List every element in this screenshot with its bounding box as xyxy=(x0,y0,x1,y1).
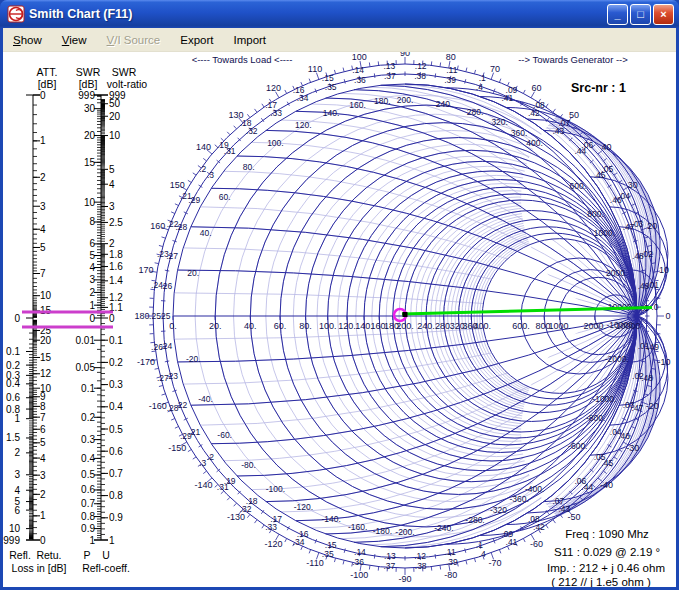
svg-text:.15: .15 xyxy=(325,540,337,550)
svg-text:3: 3 xyxy=(40,201,46,212)
svg-text:4: 4 xyxy=(14,485,20,496)
svg-text:10: 10 xyxy=(659,265,669,275)
imp2-readout: ( 212 // j 1.e5 ohm ) xyxy=(551,576,651,587)
svg-text:.01: .01 xyxy=(638,341,650,351)
svg-text:80.: 80. xyxy=(243,162,255,172)
svg-text:0.9: 0.9 xyxy=(81,523,95,534)
svg-text:.07: .07 xyxy=(552,496,564,506)
svg-text:-360.: -360. xyxy=(509,494,528,504)
title-bar[interactable]: Smith Chart (F11) _ □ × xyxy=(0,0,679,28)
svg-text:0.5: 0.5 xyxy=(81,469,95,480)
smith-chart[interactable]: -170-160-150-140-130-120-110-100-90-80-7… xyxy=(134,52,670,584)
svg-text:1.4: 1.4 xyxy=(109,275,123,286)
svg-text:1000.: 1000. xyxy=(548,321,571,331)
menu-item-import[interactable]: Import xyxy=(223,31,276,49)
svg-text:0.3: 0.3 xyxy=(109,379,123,390)
app-window: Smith Chart (F11) _ □ × ShowViewV/I Sour… xyxy=(0,0,679,590)
svg-text:6: 6 xyxy=(14,505,20,516)
minimize-button[interactable]: _ xyxy=(607,4,628,25)
svg-text:-800.: -800. xyxy=(586,413,605,423)
svg-text:-40: -40 xyxy=(600,480,613,490)
svg-text:-240.: -240. xyxy=(434,523,453,533)
s11-readout: S11 : 0.029 @ 2.19 ° xyxy=(554,546,660,558)
svg-text:-10: -10 xyxy=(657,357,670,367)
svg-text:999: 999 xyxy=(3,535,20,546)
svg-text:.21: .21 xyxy=(188,427,200,437)
menu-item-export[interactable]: Export xyxy=(170,31,223,49)
svg-text:-100.: -100. xyxy=(266,484,285,494)
svg-text:3: 3 xyxy=(14,469,20,480)
svg-text:-600.: -600. xyxy=(568,441,587,451)
towards-load-label: <---- Towards Load <---- xyxy=(192,54,293,65)
maximize-button[interactable]: □ xyxy=(630,4,651,25)
svg-text:20: 20 xyxy=(109,111,121,122)
svg-text:180.: 180. xyxy=(374,96,391,106)
svg-text:100.: 100. xyxy=(267,138,284,148)
svg-text:.37: .37 xyxy=(383,561,395,571)
svg-text:.36: .36 xyxy=(352,557,364,567)
close-button[interactable]: × xyxy=(653,4,674,25)
svg-text:.03: .03 xyxy=(623,400,635,410)
svg-text:-80: -80 xyxy=(444,570,457,580)
svg-text:0.7: 0.7 xyxy=(109,468,123,479)
svg-text:.43: .43 xyxy=(552,126,564,136)
svg-text:10000: 10000 xyxy=(615,321,640,331)
svg-text:-2000.: -2000. xyxy=(605,354,629,364)
svg-text:.4: .4 xyxy=(476,82,483,92)
s11-marker[interactable] xyxy=(394,309,408,321)
svg-text:.34: .34 xyxy=(293,537,305,547)
svg-text:.06: .06 xyxy=(574,476,586,486)
scale-captions: Refl. Retu. Loss in [dB] P U Refl-coeff. xyxy=(9,549,130,574)
svg-text:.33: .33 xyxy=(270,108,282,118)
svg-text:110: 110 xyxy=(308,64,322,74)
svg-text:.12: .12 xyxy=(414,551,426,561)
svg-text:240.: 240. xyxy=(436,99,453,109)
svg-text:0.8: 0.8 xyxy=(109,490,123,501)
svg-text:20.: 20. xyxy=(187,268,199,278)
menu-item-show[interactable]: Show xyxy=(3,31,52,49)
svg-text:60.: 60. xyxy=(219,192,231,202)
menu-item-v-i-source: V/I Source xyxy=(97,31,171,49)
svg-text:5: 5 xyxy=(40,437,46,448)
svg-text:0.4: 0.4 xyxy=(81,453,95,464)
svg-text:.3: .3 xyxy=(207,170,214,180)
svg-text:-200.: -200. xyxy=(395,527,414,537)
svg-text:80.: 80. xyxy=(299,321,312,331)
svg-text:150: 150 xyxy=(170,180,185,190)
svg-text:.22: .22 xyxy=(175,400,187,410)
svg-text:-280.: -280. xyxy=(465,515,484,525)
svg-text:5: 5 xyxy=(109,164,115,175)
svg-text:.26: .26 xyxy=(160,281,172,291)
att-title: ATT. xyxy=(37,66,58,78)
svg-text:80: 80 xyxy=(446,52,456,62)
svg-text:.16: .16 xyxy=(297,529,309,539)
svg-text:.44: .44 xyxy=(574,146,586,156)
svg-text:-140.: -140. xyxy=(321,514,340,524)
svg-text:10: 10 xyxy=(109,130,121,141)
svg-text:30: 30 xyxy=(84,103,96,114)
svg-text:40.: 40. xyxy=(244,321,257,331)
svg-text:.38: .38 xyxy=(415,561,427,571)
svg-text:2: 2 xyxy=(89,287,95,298)
svg-text:120.: 120. xyxy=(295,120,312,130)
svg-text:-30: -30 xyxy=(626,443,639,453)
svg-text:-180.: -180. xyxy=(373,526,392,536)
caption-p: P xyxy=(83,549,90,561)
svg-text:.24: .24 xyxy=(160,341,172,351)
svg-text:160.: 160. xyxy=(349,100,366,110)
svg-text:50: 50 xyxy=(569,110,579,120)
caption-u: U xyxy=(102,549,110,561)
svg-text:70: 70 xyxy=(490,64,500,74)
svg-text:0.1: 0.1 xyxy=(81,383,95,394)
menu-item-view[interactable]: View xyxy=(52,31,97,49)
svg-text:-60.: -60. xyxy=(217,430,232,440)
svg-text:.2: .2 xyxy=(199,164,206,174)
svg-text:.13: .13 xyxy=(384,551,396,561)
svg-text:0.: 0. xyxy=(169,321,177,331)
svg-text:.04: .04 xyxy=(610,427,622,437)
svg-text:.11: .11 xyxy=(444,547,455,557)
svg-text:20: 20 xyxy=(647,221,657,231)
imp-readout: Imp. : 212 + j 0.46 ohm xyxy=(547,562,665,574)
svg-text:-80.: -80. xyxy=(241,460,256,470)
att-unit: [dB] xyxy=(38,78,57,90)
